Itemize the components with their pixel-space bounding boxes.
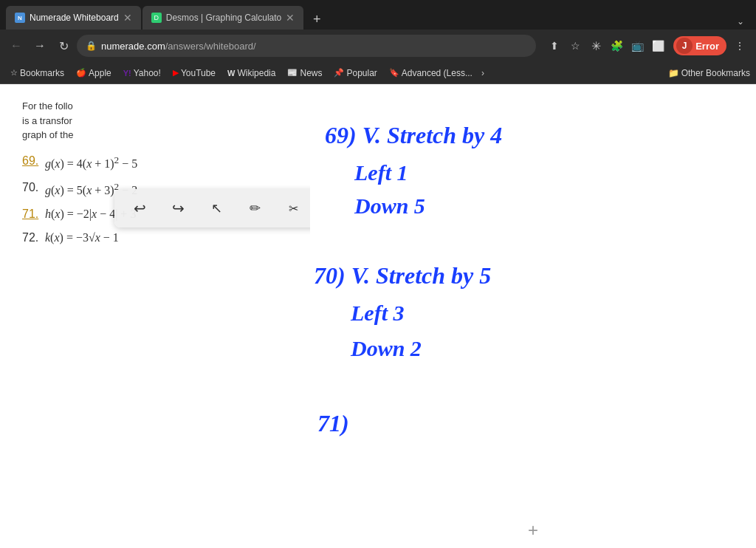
problem-intro: For the follois a transforgraph of the: [22, 99, 118, 143]
bookmark-bookmarks-label: Bookmarks: [20, 68, 64, 78]
main-content: For the follois a transforgraph of the 6…: [0, 84, 756, 548]
bookmark-wikipedia-label: Wikipedia: [237, 68, 275, 78]
cast-icon[interactable]: 📺: [628, 36, 647, 55]
browser-chrome: N Numerade Whiteboard ✕ D Desmos | Graph…: [0, 0, 756, 84]
address-text: numerade.com/answers/whiteboard/: [101, 41, 256, 52]
lock-icon: 🔒: [86, 41, 97, 51]
back-button[interactable]: ←: [6, 35, 27, 56]
problem-72: 72. k(x) = −3√x − 1: [22, 231, 288, 244]
bookmark-star-icon[interactable]: ☆: [566, 36, 585, 55]
folder-icon: 📁: [668, 68, 679, 78]
handwriting-svg: 69) V. Stretch by 4 Left 1 Down 5 70) V.…: [310, 84, 756, 548]
numerade-favicon: N: [15, 13, 25, 23]
share-icon[interactable]: ⬆: [545, 36, 564, 55]
note-69-text: 69) V. Stretch by 4: [325, 122, 502, 148]
tab-overflow-button[interactable]: ⌄: [731, 13, 750, 30]
bookmark-wikipedia[interactable]: W Wikipedia: [223, 66, 280, 80]
tools-button[interactable]: ✂: [280, 195, 306, 222]
bookmark-news[interactable]: 📰 News: [283, 66, 326, 80]
reload-button[interactable]: ↻: [53, 35, 74, 56]
tab-numerade[interactable]: N Numerade Whiteboard ✕: [6, 6, 141, 30]
intro-text: For the follois a transforgraph of the: [22, 100, 73, 140]
bookmark-star-icon: ☆: [10, 68, 18, 78]
note-69-left: Left 1: [354, 160, 408, 185]
new-tab-button[interactable]: +: [306, 9, 327, 30]
tab-numerade-title: Numerade Whiteboard: [30, 13, 119, 23]
desmos-favicon: D: [151, 13, 162, 23]
tab-desmos[interactable]: D Desmos | Graphing Calculato ✕: [142, 6, 304, 30]
note-70-left: Left 3: [350, 301, 404, 325]
browser-menu-button[interactable]: ⋮: [729, 35, 750, 56]
extensions-icon[interactable]: ✳: [586, 36, 605, 55]
bookmark-news-label: News: [300, 68, 322, 78]
tab-bar: N Numerade Whiteboard ✕ D Desmos | Graph…: [0, 0, 756, 30]
problem-69-formula: g(x) = 4(x + 1)2 − 5: [45, 154, 137, 171]
puzzle-icon[interactable]: 🧩: [607, 36, 626, 55]
profile-error-label: Error: [695, 41, 719, 52]
note-69-down: Down 5: [354, 193, 425, 218]
address-actions: ⬆ ☆ ✳ 🧩 📺 ⬜: [545, 36, 667, 55]
address-bar-row: ← → ↻ 🔒 numerade.com/answers/whiteboard/…: [0, 30, 756, 62]
bookmark-apple-label: Apple: [89, 68, 111, 78]
tab-numerade-close[interactable]: ✕: [123, 12, 132, 24]
add-content-button[interactable]: +: [528, 520, 538, 541]
bookmark-popular[interactable]: 📌 Popular: [329, 66, 381, 80]
forward-button[interactable]: →: [30, 35, 50, 56]
undo-button[interactable]: ↩: [126, 195, 153, 222]
address-bar[interactable]: 🔒 numerade.com/answers/whiteboard/: [77, 35, 536, 57]
bookmark-yahoo-label: Yahoo!: [134, 68, 161, 78]
advanced-icon: 🔖: [389, 68, 399, 78]
bookmarks-more-button[interactable]: ›: [481, 68, 484, 78]
tab-desmos-title: Desmos | Graphing Calculato: [166, 13, 282, 23]
problem-72-num: 72.: [22, 231, 41, 244]
problem-69: 69. g(x) = 4(x + 1)2 − 5: [22, 154, 288, 171]
note-70-text: 70) V. Stretch by 5: [314, 262, 491, 289]
toolbar-overlay: ↩ ↪ ↖ ✏ ✂ — A: [114, 189, 310, 227]
bookmark-advanced[interactable]: 🔖 Advanced (Less...: [385, 66, 477, 80]
note-70-down: Down 2: [350, 336, 422, 360]
note-71-text: 71): [317, 410, 349, 436]
bookmark-bookmarks[interactable]: ☆ Bookmarks: [6, 66, 69, 80]
bookmarks-bar: ☆ Bookmarks 🍎 Apple Y! Yahoo! ▶ YouTube …: [0, 62, 756, 84]
pen-tool-button[interactable]: ✏: [241, 195, 268, 222]
profile-button[interactable]: J Error: [673, 36, 726, 55]
problem-69-num[interactable]: 69.: [22, 154, 41, 168]
problem-71-num[interactable]: 71.: [22, 208, 41, 221]
problem-72-formula: k(x) = −3√x − 1: [45, 231, 119, 244]
select-tool-button[interactable]: ↖: [203, 195, 230, 222]
redo-button[interactable]: ↪: [165, 195, 191, 222]
whiteboard[interactable]: 69) V. Stretch by 4 Left 1 Down 5 70) V.…: [310, 84, 756, 548]
problem-70-num: 70.: [22, 181, 41, 194]
youtube-icon: ▶: [173, 68, 179, 78]
left-panel: For the follois a transforgraph of the 6…: [0, 84, 310, 548]
apple-icon: 🍎: [76, 68, 86, 78]
bookmark-youtube-label: YouTube: [181, 68, 216, 78]
bookmark-yahoo[interactable]: Y! Yahoo!: [119, 66, 165, 80]
bookmark-youtube[interactable]: ▶ YouTube: [168, 66, 220, 80]
handwritten-notes: 69) V. Stretch by 4 Left 1 Down 5 70) V.…: [310, 84, 756, 548]
split-view-icon[interactable]: ⬜: [648, 36, 667, 55]
bookmark-popular-label: Popular: [346, 68, 377, 78]
popular-icon: 📌: [334, 68, 344, 78]
wikipedia-icon: W: [227, 69, 235, 78]
other-bookmarks-label: Other Bookmarks: [681, 68, 750, 78]
bookmark-apple[interactable]: 🍎 Apple: [72, 66, 116, 80]
tab-desmos-close[interactable]: ✕: [286, 12, 295, 24]
yahoo-icon: Y!: [123, 69, 131, 78]
bookmark-advanced-label: Advanced (Less...: [402, 68, 472, 78]
other-bookmarks-button[interactable]: 📁 Other Bookmarks: [668, 68, 750, 78]
news-icon: 📰: [287, 68, 298, 78]
profile-avatar: J: [676, 38, 693, 54]
